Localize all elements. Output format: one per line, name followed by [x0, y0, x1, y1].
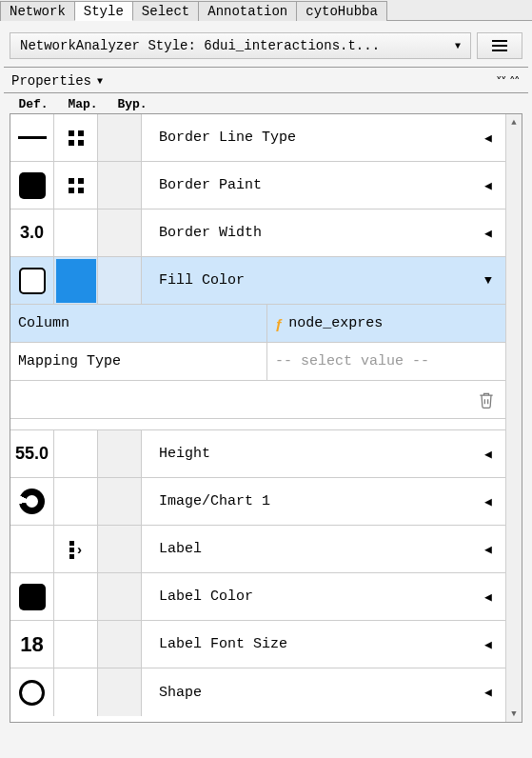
passthrough-mapping-icon: ›	[69, 541, 82, 558]
byp-image-chart-1[interactable]	[98, 478, 142, 525]
map-label-font-size[interactable]	[54, 621, 98, 668]
fill-color-detail: Column ƒ node_expres Mapping Type -- sel…	[10, 305, 505, 381]
def-label[interactable]	[10, 526, 54, 572]
tab-style[interactable]: Style	[74, 1, 133, 21]
expander-image-chart-1[interactable]: ◀	[471, 478, 505, 525]
label-label: Label	[142, 526, 471, 572]
row-border-paint[interactable]: Border Paint ◀	[10, 162, 505, 209]
vertical-scrollbar[interactable]: ▲ ▼	[505, 114, 522, 722]
style-dropdown-label: NetworkAnalyzer Style: 6dui_interactions…	[20, 38, 380, 53]
donut-chart-icon	[19, 489, 45, 514]
def-border-width[interactable]: 3.0	[10, 209, 54, 256]
def-border-paint[interactable]	[10, 162, 54, 209]
tab-select[interactable]: Select	[132, 1, 199, 21]
map-fill-color[interactable]	[54, 257, 98, 304]
byp-label[interactable]	[98, 526, 142, 572]
byp-border-line-type[interactable]	[98, 114, 142, 161]
svg-rect-0	[492, 40, 507, 42]
expander-label[interactable]: ◀	[471, 526, 505, 572]
row-shape[interactable]: Shape ◀	[10, 668, 505, 716]
fill-color-column-row[interactable]: Column ƒ node_expres	[10, 305, 505, 343]
def-fill-color[interactable]	[10, 257, 54, 304]
scroll-down-icon[interactable]: ▼	[506, 706, 522, 722]
byp-label-font-size[interactable]	[98, 621, 142, 668]
row-label-color[interactable]: Label Color ◀	[10, 573, 505, 621]
def-border-line-type[interactable]	[10, 114, 54, 161]
tab-network[interactable]: Network	[0, 1, 75, 21]
col-byp: Byp.	[112, 97, 152, 111]
map-border-width[interactable]	[54, 209, 98, 256]
mapping-type-value-cell[interactable]: -- select value --	[267, 353, 505, 369]
expander-shape[interactable]: ◀	[471, 668, 505, 716]
scroll-track[interactable]	[506, 130, 522, 706]
byp-shape[interactable]	[98, 668, 142, 716]
label-label-font-size: Label Font Size	[142, 621, 471, 668]
label-label-color: Label Color	[142, 573, 471, 620]
white-square-swatch-icon	[19, 268, 46, 294]
map-border-line-type[interactable]	[54, 114, 98, 161]
byp-fill-color[interactable]	[98, 257, 142, 304]
collapse-all-icon[interactable]: ˅˅	[496, 74, 505, 89]
tab-annotation[interactable]: Annotation	[198, 1, 297, 21]
row-border-line-type[interactable]: Border Line Type ◀	[10, 114, 505, 162]
black-square-swatch-icon	[19, 584, 46, 610]
mapping-icon	[69, 178, 84, 193]
top-tabbar: Network Style Select Annotation cytoHubb…	[0, 0, 532, 21]
byp-border-paint[interactable]	[98, 162, 142, 209]
map-label-color[interactable]	[54, 573, 98, 620]
byp-label-color[interactable]	[98, 573, 142, 620]
style-toolbar: NetworkAnalyzer Style: 6dui_interactions…	[4, 21, 528, 67]
map-height[interactable]	[54, 430, 98, 477]
trash-icon[interactable]	[477, 389, 496, 410]
map-shape[interactable]	[54, 668, 98, 716]
expander-border-width[interactable]: ◀	[471, 209, 505, 256]
column-value: node_expres	[288, 315, 383, 331]
svg-rect-2	[492, 50, 507, 51]
row-image-chart-1[interactable]: Image/Chart 1 ◀	[10, 478, 505, 526]
expander-height[interactable]: ◀	[471, 430, 505, 477]
style-dropdown[interactable]: NetworkAnalyzer Style: 6dui_interactions…	[10, 32, 471, 59]
circle-swatch-icon	[19, 680, 45, 706]
properties-header: Properties ▼ ˅˅ ˄˄	[4, 67, 528, 93]
column-key: Column	[10, 305, 267, 342]
blue-swatch-icon	[56, 259, 96, 303]
expander-label-font-size[interactable]: ◀	[471, 621, 505, 668]
style-panel: NetworkAnalyzer Style: 6dui_interactions…	[0, 21, 532, 723]
expander-label-color[interactable]: ◀	[471, 573, 505, 620]
scroll-up-icon[interactable]: ▲	[506, 114, 522, 130]
col-def: Def.	[13, 97, 53, 111]
map-border-paint[interactable]	[54, 162, 98, 209]
row-fill-color[interactable]: Fill Color ▼	[10, 257, 505, 305]
byp-border-width[interactable]	[98, 209, 142, 256]
row-height[interactable]: 55.0 Height ◀	[10, 430, 505, 478]
mapping-icon	[69, 130, 84, 146]
mapping-type-row[interactable]: Mapping Type -- select value --	[10, 343, 505, 381]
properties-toggle[interactable]: Properties ▼	[11, 73, 103, 89]
expander-border-paint[interactable]: ◀	[471, 162, 505, 209]
row-label-font-size[interactable]: 18 Label Font Size ◀	[10, 621, 505, 668]
label-image-chart-1: Image/Chart 1	[142, 478, 471, 525]
label-border-width: Border Width	[142, 209, 471, 256]
caret-down-icon: ▼	[455, 41, 461, 51]
byp-height[interactable]	[98, 430, 142, 477]
label-fill-color: Fill Color	[142, 257, 471, 304]
expand-all-icon[interactable]: ˄˄	[509, 74, 519, 89]
row-border-width[interactable]: 3.0 Border Width ◀	[10, 209, 505, 257]
column-value-cell[interactable]: ƒ node_expres	[267, 315, 505, 331]
expander-fill-color[interactable]: ▼	[471, 257, 505, 304]
def-shape[interactable]	[10, 668, 54, 716]
expander-border-line-type[interactable]: ◀	[471, 114, 505, 161]
hamburger-icon	[492, 40, 507, 51]
map-image-chart-1[interactable]	[54, 478, 98, 525]
def-height[interactable]: 55.0	[10, 430, 54, 477]
def-label-color[interactable]	[10, 573, 54, 620]
row-label[interactable]: › Label ◀	[10, 526, 505, 573]
tab-cytohubba[interactable]: cytoHubba	[296, 1, 387, 21]
label-shape: Shape	[142, 668, 471, 716]
def-image-chart-1[interactable]	[10, 478, 54, 525]
column-headers: Def. Map. Byp.	[4, 93, 528, 113]
map-label[interactable]: ›	[54, 526, 98, 572]
style-menu-button[interactable]	[477, 32, 522, 59]
label-height: Height	[142, 430, 471, 477]
def-label-font-size[interactable]: 18	[10, 621, 54, 668]
